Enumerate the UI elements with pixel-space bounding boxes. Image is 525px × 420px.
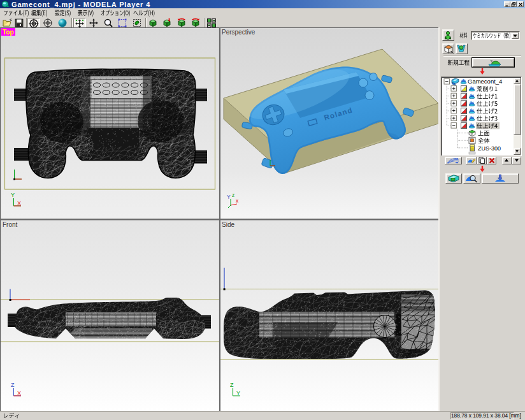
svg-text:Z: Z bbox=[230, 382, 234, 388]
svg-text:Y: Y bbox=[11, 192, 15, 198]
svg-text:Y: Y bbox=[227, 194, 231, 200]
svg-text:Y: Y bbox=[236, 390, 240, 396]
svg-text:Top: Top bbox=[3, 29, 14, 36]
svg-text:X: X bbox=[17, 200, 21, 206]
svg-text:X: X bbox=[17, 390, 21, 396]
svg-text:Side: Side bbox=[222, 221, 234, 228]
svg-text:z: z bbox=[232, 192, 234, 198]
svg-text:Z: Z bbox=[11, 382, 15, 388]
svg-text:Perspective: Perspective bbox=[222, 29, 255, 36]
svg-text:Gamecont_4: Gamecont_4 bbox=[468, 78, 502, 85]
svg-text:ZUS-300: ZUS-300 bbox=[478, 145, 501, 151]
svg-text:Front: Front bbox=[3, 221, 18, 228]
